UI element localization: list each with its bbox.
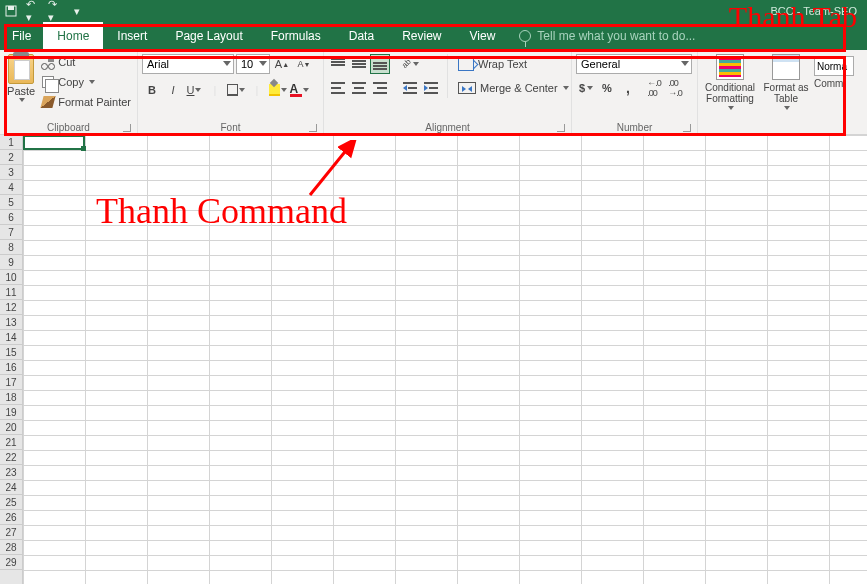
tab-insert[interactable]: Insert [103, 22, 161, 50]
row-header[interactable]: 27 [0, 525, 22, 540]
dialog-launcher-icon[interactable] [557, 124, 565, 132]
undo-icon[interactable]: ↶ ▾ [26, 4, 40, 18]
align-center-button[interactable] [349, 78, 369, 98]
wrap-text-button[interactable]: Wrap Text [454, 54, 573, 74]
chevron-down-icon [413, 62, 419, 66]
row-header[interactable]: 7 [0, 225, 22, 240]
save-icon[interactable] [4, 4, 18, 18]
ribbon: Paste Cut Copy Format Painter Clipboard … [0, 50, 867, 135]
group-label-font: Font [142, 120, 319, 134]
row-header[interactable]: 4 [0, 180, 22, 195]
row-header[interactable]: 11 [0, 285, 22, 300]
increase-decimal-icon: ←.0.00 [647, 78, 661, 98]
font-name-select[interactable]: Arial [142, 54, 234, 74]
row-header[interactable]: 28 [0, 540, 22, 555]
row-header[interactable]: 1 [0, 135, 22, 150]
tab-data[interactable]: Data [335, 22, 388, 50]
row-header[interactable]: 18 [0, 390, 22, 405]
number-format-select[interactable]: General [576, 54, 692, 74]
font-size-select[interactable]: 10 [236, 54, 270, 74]
cut-button[interactable]: Cut [40, 52, 133, 72]
tab-review[interactable]: Review [388, 22, 455, 50]
align-left-button[interactable] [328, 78, 348, 98]
cell-style-normal[interactable]: Norma [814, 56, 854, 76]
tab-view[interactable]: View [456, 22, 510, 50]
row-header[interactable]: 15 [0, 345, 22, 360]
row-header[interactable]: 21 [0, 435, 22, 450]
border-button[interactable] [226, 80, 246, 100]
paste-icon [8, 54, 34, 84]
row-header[interactable]: 17 [0, 375, 22, 390]
format-painter-button[interactable]: Format Painter [40, 92, 133, 112]
row-header[interactable]: 24 [0, 480, 22, 495]
row-header[interactable]: 25 [0, 495, 22, 510]
accounting-format-button[interactable] [576, 78, 596, 98]
align-right-button[interactable] [370, 78, 390, 98]
row-header[interactable]: 3 [0, 165, 22, 180]
row-header[interactable]: 23 [0, 465, 22, 480]
align-bottom-button[interactable] [370, 54, 390, 74]
tab-formulas[interactable]: Formulas [257, 22, 335, 50]
font-name-value: Arial [147, 58, 169, 70]
row-header[interactable]: 8 [0, 240, 22, 255]
decrease-font-button[interactable]: A▼ [294, 54, 314, 74]
redo-icon[interactable]: ↷ ▾ [48, 4, 62, 18]
conditional-formatting-button[interactable]: Conditional Formatting [702, 52, 758, 110]
decrease-decimal-button[interactable]: .00→.0 [665, 78, 685, 98]
bold-button[interactable]: B [142, 80, 162, 100]
tab-home[interactable]: Home [43, 22, 103, 50]
decrease-indent-button[interactable] [400, 78, 420, 98]
row-header[interactable]: 5 [0, 195, 22, 210]
increase-indent-button[interactable] [421, 78, 441, 98]
tab-page-layout[interactable]: Page Layout [161, 22, 256, 50]
wrap-text-icon [458, 57, 474, 71]
underline-button[interactable]: U [184, 80, 204, 100]
align-right-icon [373, 82, 387, 94]
document-title: BCC - Team-SEO [770, 5, 857, 17]
align-top-icon [331, 58, 345, 70]
row-header[interactable]: 13 [0, 315, 22, 330]
comma-style-button[interactable] [618, 78, 638, 98]
orientation-button[interactable] [400, 54, 420, 74]
tab-file[interactable]: File [0, 22, 43, 50]
row-header[interactable]: 2 [0, 150, 22, 165]
tell-me-search[interactable]: Tell me what you want to do... [519, 22, 695, 50]
dialog-launcher-icon[interactable] [123, 124, 131, 132]
row-header[interactable]: 10 [0, 270, 22, 285]
worksheet: 1234567891011121314151617181920212223242… [0, 135, 867, 584]
align-top-button[interactable] [328, 54, 348, 74]
percent-button[interactable] [597, 78, 617, 98]
row-header[interactable]: 9 [0, 255, 22, 270]
paste-button[interactable]: Paste [4, 52, 38, 102]
row-header[interactable]: 6 [0, 210, 22, 225]
cell-grid[interactable] [23, 135, 867, 584]
chevron-down-icon [281, 88, 287, 92]
merge-center-button[interactable]: Merge & Center [454, 78, 573, 98]
dialog-launcher-icon[interactable] [683, 124, 691, 132]
font-color-button[interactable]: A [289, 80, 309, 100]
cell-style-comma[interactable]: Comm [814, 78, 854, 89]
row-header[interactable]: 14 [0, 330, 22, 345]
row-header[interactable]: 12 [0, 300, 22, 315]
row-header[interactable]: 29 [0, 555, 22, 570]
chevron-down-icon [19, 98, 25, 102]
svg-rect-1 [8, 6, 14, 10]
row-header[interactable]: 16 [0, 360, 22, 375]
row-headers: 1234567891011121314151617181920212223242… [0, 135, 23, 584]
active-cell[interactable] [23, 135, 85, 150]
copy-button[interactable]: Copy [40, 72, 133, 92]
increase-indent-icon [424, 82, 438, 94]
row-header[interactable]: 20 [0, 420, 22, 435]
fill-color-button[interactable] [268, 80, 288, 100]
italic-button[interactable]: I [163, 80, 183, 100]
increase-decimal-button[interactable]: ←.0.00 [644, 78, 664, 98]
align-middle-button[interactable] [349, 54, 369, 74]
qat-customize-icon[interactable]: ▾ [70, 4, 84, 18]
format-as-table-button[interactable]: Format as Table [758, 52, 814, 110]
increase-font-button[interactable]: A▲ [272, 54, 292, 74]
row-header[interactable]: 26 [0, 510, 22, 525]
row-header[interactable]: 19 [0, 405, 22, 420]
row-header[interactable]: 22 [0, 450, 22, 465]
chevron-down-icon [303, 88, 309, 92]
dialog-launcher-icon[interactable] [309, 124, 317, 132]
